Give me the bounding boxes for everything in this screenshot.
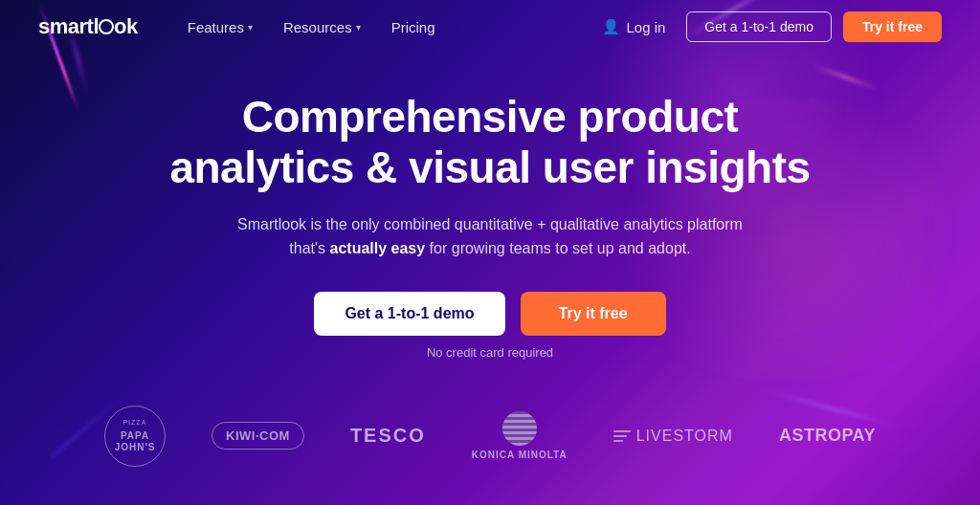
tesco-logo: TESCO bbox=[350, 425, 426, 447]
logo-text: smartlok bbox=[38, 14, 138, 39]
papa-johns-logo: PIZZA PAPA JOHN'S bbox=[104, 406, 166, 467]
chevron-down-icon: ▾ bbox=[248, 22, 253, 33]
hero-section: Comprehensive product analytics & visual… bbox=[0, 54, 980, 379]
nav-right: 👤 Log in Get a 1-to-1 demo Try it free bbox=[592, 11, 942, 42]
astropay-logo: AstroPay bbox=[779, 426, 876, 446]
hero-title: Comprehensive product analytics & visual… bbox=[117, 92, 863, 193]
no-credit-text: No credit card required bbox=[19, 345, 961, 360]
nav-resources[interactable]: Resources ▾ bbox=[272, 13, 372, 41]
hero-subtitle: Smartlook is the only combined quantitat… bbox=[222, 212, 758, 261]
konica-logo: KONICA MINOLTA bbox=[472, 411, 568, 460]
kiwi-logo: KIWI·COM bbox=[212, 422, 304, 450]
try-free-button-nav[interactable]: Try it free bbox=[843, 11, 942, 42]
nav-pricing[interactable]: Pricing bbox=[380, 13, 447, 41]
chevron-down-icon: ▾ bbox=[356, 22, 361, 33]
demo-button-nav[interactable]: Get a 1-to-1 demo bbox=[686, 11, 832, 42]
login-button[interactable]: 👤 Log in bbox=[592, 12, 675, 41]
navbar: smartlok Features ▾ Resources ▾ Pricing … bbox=[0, 0, 980, 54]
livestorm-logo: livestorm bbox=[613, 428, 733, 445]
nav-links: Features ▾ Resources ▾ Pricing bbox=[176, 13, 593, 41]
social-proof-logos: PIZZA PAPA JOHN'S KIWI·COM TESCO KONICA … bbox=[0, 386, 980, 486]
hero-cta-group: Get a 1-to-1 demo Try it free bbox=[19, 292, 961, 336]
try-free-button-hero[interactable]: Try it free bbox=[521, 292, 666, 336]
user-icon: 👤 bbox=[602, 18, 620, 35]
nav-features[interactable]: Features ▾ bbox=[176, 13, 264, 41]
hero-subtitle-bold: actually easy bbox=[330, 240, 426, 256]
demo-button-hero[interactable]: Get a 1-to-1 demo bbox=[314, 292, 504, 336]
logo[interactable]: smartlok bbox=[38, 14, 138, 39]
